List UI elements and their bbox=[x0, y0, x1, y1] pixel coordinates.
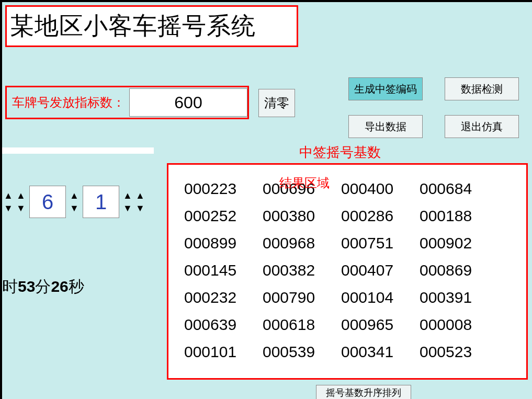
stepper-up-icon[interactable]: ▲ bbox=[15, 189, 27, 202]
digit-steppers: ▲▼▲▼6▲▼1▲▼▲▼ bbox=[2, 181, 146, 223]
result-cell: 000790 bbox=[263, 284, 341, 311]
exit-sim-button[interactable]: 退出仿真 bbox=[445, 115, 519, 138]
result-cell: 000618 bbox=[263, 311, 341, 338]
result-cell: 000523 bbox=[420, 338, 498, 366]
app-title-box: 某地区小客车摇号系统 bbox=[5, 5, 298, 47]
result-cell: 000899 bbox=[184, 230, 263, 257]
result-cell: 000407 bbox=[341, 257, 420, 284]
result-cell: 000684 bbox=[420, 175, 498, 202]
digit-stepper: 1▲▼ bbox=[81, 186, 134, 218]
time-sec-suffix: 秒 bbox=[69, 278, 84, 295]
base-number-label: 中签摇号基数 bbox=[299, 143, 381, 162]
result-cell: 000382 bbox=[263, 257, 341, 284]
result-cell: 000751 bbox=[341, 230, 420, 257]
stepper-up-icon[interactable]: ▲ bbox=[68, 189, 81, 202]
app-title: 某地区小客车摇号系统 bbox=[10, 10, 256, 42]
stepper-down-icon[interactable]: ▼ bbox=[68, 202, 81, 214]
stepper-value[interactable]: 1 bbox=[83, 186, 119, 218]
result-cell: 000252 bbox=[184, 202, 263, 230]
result-cell: 000008 bbox=[420, 311, 498, 338]
digit-stepper: 6▲▼ bbox=[27, 186, 81, 218]
result-cell: 000223 bbox=[184, 175, 263, 202]
digit-stepper: ▲▼ bbox=[134, 189, 146, 214]
results-row: 000232000790000104000391 bbox=[184, 284, 521, 311]
time-display: 时53分26秒 bbox=[2, 276, 84, 298]
data-check-button[interactable]: 数据检测 bbox=[445, 77, 519, 100]
quota-value[interactable]: 600 bbox=[129, 88, 247, 117]
results-row: 000223000696000400000684 bbox=[184, 175, 521, 202]
result-cell: 000101 bbox=[184, 338, 263, 366]
stepper-arrows: ▲▼ bbox=[2, 189, 15, 214]
result-cell: 000188 bbox=[420, 202, 498, 230]
stepper-up-icon[interactable]: ▲ bbox=[134, 189, 146, 202]
result-cell: 000145 bbox=[184, 257, 263, 284]
result-cell: 000341 bbox=[341, 338, 420, 366]
result-cell: 000400 bbox=[341, 175, 420, 202]
quota-box: 车牌号发放指标数： 600 bbox=[5, 86, 249, 119]
stepper-arrows: ▲▼ bbox=[121, 189, 134, 214]
result-cell: 000286 bbox=[341, 202, 420, 230]
left-panel-strip bbox=[2, 147, 154, 154]
stepper-up-icon[interactable]: ▲ bbox=[2, 189, 15, 202]
sort-ascending-button[interactable]: 摇号基数升序排列 bbox=[316, 385, 411, 399]
result-cell: 000869 bbox=[420, 257, 498, 284]
result-cell: 000232 bbox=[184, 284, 263, 311]
results-row: 000101000539000341000523 bbox=[184, 338, 521, 366]
result-cell: 000639 bbox=[184, 311, 263, 338]
results-row: 000639000618000965000008 bbox=[184, 311, 521, 338]
result-cell: 000968 bbox=[263, 230, 341, 257]
results-row: 000899000968000751000902 bbox=[184, 230, 521, 257]
generate-code-button[interactable]: 生成中签编码 bbox=[348, 77, 423, 100]
time-min: 53 bbox=[18, 278, 35, 295]
results-area: 0002230006960004000006840002520003800002… bbox=[167, 163, 528, 380]
digit-stepper: ▲▼ bbox=[15, 189, 27, 214]
stepper-down-icon[interactable]: ▼ bbox=[121, 202, 134, 214]
stepper-arrows: ▲▼ bbox=[134, 189, 146, 214]
result-cell: 000539 bbox=[263, 338, 341, 366]
time-sec: 26 bbox=[51, 278, 68, 295]
stepper-down-icon[interactable]: ▼ bbox=[134, 202, 146, 214]
stepper-arrows: ▲▼ bbox=[68, 189, 81, 214]
result-cell: 000104 bbox=[341, 284, 420, 311]
export-data-button[interactable]: 导出数据 bbox=[348, 115, 423, 138]
results-row: 000252000380000286000188 bbox=[184, 202, 521, 230]
result-cell: 000965 bbox=[341, 311, 420, 338]
clear-button[interactable]: 清零 bbox=[258, 89, 295, 117]
time-min-suffix: 分 bbox=[35, 278, 51, 295]
stepper-down-icon[interactable]: ▼ bbox=[15, 202, 27, 214]
stepper-value[interactable]: 6 bbox=[29, 186, 66, 218]
results-row: 000145000382000407000869 bbox=[184, 257, 521, 284]
stepper-down-icon[interactable]: ▼ bbox=[2, 202, 15, 214]
stepper-up-icon[interactable]: ▲ bbox=[121, 189, 134, 202]
stepper-arrows: ▲▼ bbox=[15, 189, 27, 214]
result-cell: 000902 bbox=[420, 230, 498, 257]
quota-label: 车牌号发放指标数： bbox=[7, 94, 125, 111]
result-cell: 000380 bbox=[263, 202, 341, 230]
time-hour-suffix: 时 bbox=[2, 278, 18, 295]
result-area-label: 结果区域 bbox=[279, 175, 330, 191]
result-cell: 000391 bbox=[420, 284, 498, 311]
